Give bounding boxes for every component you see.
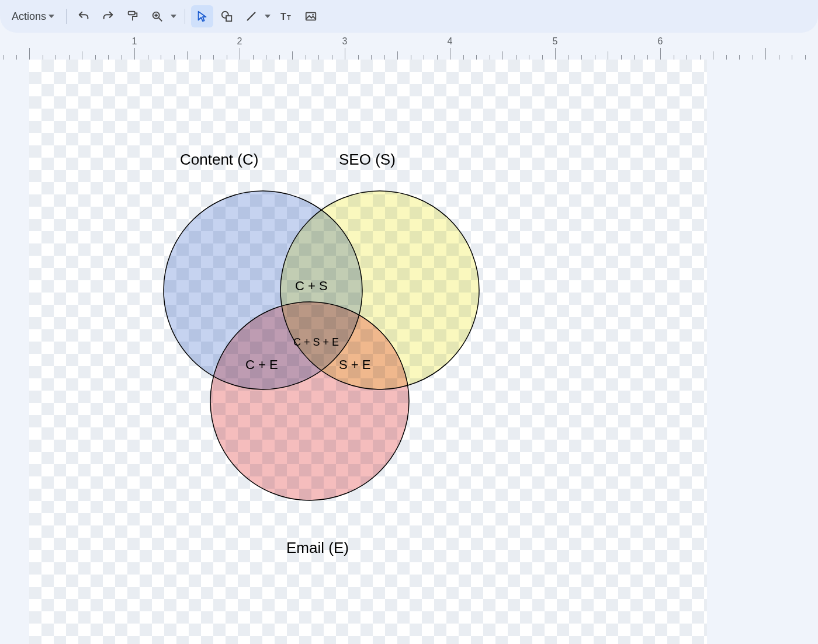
select-tool-button[interactable] <box>191 5 213 27</box>
toolbar-separator <box>66 9 67 24</box>
venn-intersection-label-cs[interactable]: C + S <box>295 279 328 293</box>
venn-set-label-c[interactable]: Content (C) <box>180 151 258 168</box>
svg-line-2 <box>159 18 162 22</box>
zoom-dropdown[interactable] <box>168 15 179 18</box>
zoom-button[interactable] <box>146 5 168 27</box>
redo-icon <box>102 10 115 23</box>
text-box-button[interactable]: T T <box>275 5 297 27</box>
line-tool-button[interactable] <box>240 5 262 27</box>
venn-intersection-label-se[interactable]: S + E <box>339 357 370 372</box>
line-icon <box>245 10 258 23</box>
svg-text:T: T <box>287 14 291 21</box>
venn-diagram[interactable]: Content (C)SEO (S)Email (E)C + SC + ES +… <box>0 60 818 644</box>
ruler-label: 3 <box>342 36 348 47</box>
insert-image-button[interactable] <box>300 5 322 27</box>
paint-format-icon <box>126 10 139 23</box>
undo-icon <box>77 10 90 23</box>
ruler-label: 1 <box>132 36 137 47</box>
actions-menu-label: Actions <box>12 11 46 23</box>
ruler-label: 6 <box>658 36 663 47</box>
text-box-icon: T T <box>279 10 293 23</box>
shape-icon <box>220 10 233 23</box>
horizontal-ruler: 123456 <box>0 33 818 60</box>
line-group <box>240 5 273 27</box>
paint-format-button[interactable] <box>122 5 144 27</box>
svg-line-7 <box>248 13 255 20</box>
shape-tool-button[interactable] <box>216 5 238 27</box>
zoom-group <box>146 5 179 27</box>
undo-button[interactable] <box>72 5 95 27</box>
zoom-icon <box>151 10 164 23</box>
actions-menu-button[interactable]: Actions <box>6 7 60 26</box>
drawing-canvas-wrap: Content (C)SEO (S)Email (E)C + SC + ES +… <box>0 60 818 644</box>
svg-rect-10 <box>306 13 316 20</box>
venn-set-label-e[interactable]: Email (E) <box>286 539 349 556</box>
image-icon <box>304 10 317 23</box>
line-dropdown[interactable] <box>262 15 273 18</box>
venn-intersection-label-cse[interactable]: C + S + E <box>293 336 339 348</box>
select-arrow-icon <box>196 10 209 23</box>
svg-text:T: T <box>280 12 286 22</box>
svg-rect-0 <box>129 12 135 15</box>
toolbar: Actions <box>0 0 818 33</box>
ruler-label: 4 <box>448 36 453 47</box>
svg-point-11 <box>312 14 314 16</box>
svg-rect-6 <box>226 16 231 21</box>
chevron-down-icon <box>48 15 54 18</box>
ruler-label: 5 <box>553 36 558 47</box>
redo-button[interactable] <box>97 5 119 27</box>
venn-circle-e[interactable] <box>210 302 409 500</box>
venn-intersection-label-ce[interactable]: C + E <box>245 357 278 372</box>
venn-set-label-s[interactable]: SEO (S) <box>339 151 396 168</box>
toolbar-separator <box>185 9 185 24</box>
ruler-label: 2 <box>237 36 242 47</box>
